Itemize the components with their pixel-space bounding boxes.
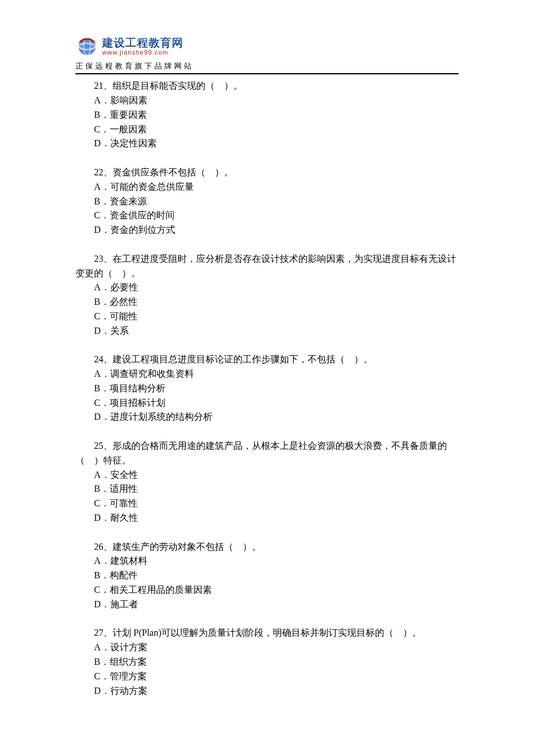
brand-tagline: 正保远程教育旗下品牌网站 bbox=[75, 60, 459, 72]
brand-name: 建设工程教育网 bbox=[102, 37, 183, 49]
question-option: A．设计方案 bbox=[75, 640, 459, 655]
site-header: 建设工程教育网 www.jianshe99.com bbox=[75, 35, 459, 58]
logo-text-block: 建设工程教育网 www.jianshe99.com bbox=[102, 37, 183, 56]
question-stem: 26、建筑生产的劳动对象不包括（ ）。 bbox=[75, 540, 459, 555]
question-option: D．进度计划系统的结构分析 bbox=[75, 410, 459, 424]
question-option: D．决定性因素 bbox=[75, 136, 459, 151]
question-option: A．调查研究和收集资料 bbox=[75, 367, 459, 381]
question-option: C．一般因素 bbox=[75, 123, 459, 137]
question-option: A．必要性 bbox=[75, 280, 459, 295]
question-option: B．组织方案 bbox=[75, 655, 459, 669]
brand-url: www.jianshe99.com bbox=[102, 49, 183, 56]
question-stem: 25、形成的合格而无用途的建筑产品，从根本上是社会资源的极大浪费，不具备质量的（… bbox=[75, 439, 459, 468]
question-option: D．资金的到位方式 bbox=[75, 223, 459, 237]
question-option: B．适用性 bbox=[75, 482, 459, 496]
question-option: B．项目结构分析 bbox=[75, 381, 459, 396]
question-spacer bbox=[75, 612, 459, 627]
question-option: D．耐久性 bbox=[75, 511, 459, 525]
question-option: C．资金供应的时间 bbox=[75, 208, 459, 223]
question-stem: 27、计划 P(Plan)可以理解为质量计划阶段，明确目标并制订实现目标的（ ）… bbox=[75, 626, 459, 640]
question-option: B．重要因素 bbox=[75, 108, 459, 123]
question-option: A．安全性 bbox=[75, 468, 459, 483]
question-spacer bbox=[75, 151, 459, 165]
question-option: D．行动方案 bbox=[75, 684, 459, 699]
question-stem: 24、建设工程项目总进度目标论证的工作步骤如下，不包括（ ）。 bbox=[75, 352, 459, 367]
question-option: C．管理方案 bbox=[75, 669, 459, 684]
header-divider bbox=[75, 73, 459, 74]
question-option: C．可能性 bbox=[75, 309, 459, 324]
question-option: B．资金来源 bbox=[75, 195, 459, 209]
question-option: D．施工者 bbox=[75, 597, 459, 612]
questions-content: 21、组织是目标能否实现的（ ）。A．影响因素B．重要因素C．一般因素D．决定性… bbox=[75, 79, 459, 698]
question-option: A．影响因素 bbox=[75, 93, 459, 108]
question-stem: 22、资金供应条件不包括（ ）。 bbox=[75, 165, 459, 180]
question-option: B．构配件 bbox=[75, 568, 459, 583]
question-option: D．关系 bbox=[75, 324, 459, 339]
question-option: A．建筑材料 bbox=[75, 554, 459, 568]
question-spacer bbox=[75, 237, 459, 252]
question-option: B．必然性 bbox=[75, 295, 459, 309]
question-stem: 23、在工程进度受阻时，应分析是否存在设计技术的影响因素，为实现进度目标有无设计… bbox=[75, 252, 459, 281]
question-spacer bbox=[75, 424, 459, 439]
question-option: C．项目招标计划 bbox=[75, 396, 459, 411]
question-option: A．可能的资金总供应量 bbox=[75, 180, 459, 195]
question-option: C．相关工程用品的质量因素 bbox=[75, 583, 459, 597]
question-stem: 21、组织是目标能否实现的（ ）。 bbox=[75, 79, 459, 93]
question-option: C．可靠性 bbox=[75, 496, 459, 511]
document-page: 建设工程教育网 www.jianshe99.com 正保远程教育旗下品牌网站 2… bbox=[0, 0, 534, 756]
globe-logo-icon bbox=[75, 35, 99, 58]
question-spacer bbox=[75, 525, 459, 540]
question-spacer bbox=[75, 338, 459, 352]
